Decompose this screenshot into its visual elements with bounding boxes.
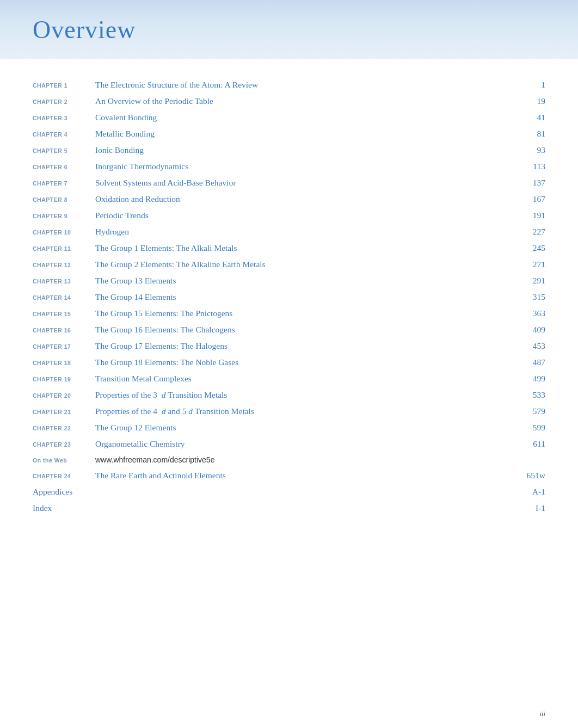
table-row: CHAPTER 23Organometallic Chemistry611 (33, 436, 545, 452)
chapter-page: 113 (518, 162, 545, 171)
chapter-label: CHAPTER 9 (33, 213, 95, 219)
chapter-label: CHAPTER 10 (33, 229, 95, 236)
chapter-page: 599 (518, 423, 545, 433)
chapter-page: 533 (518, 390, 545, 400)
chapter-label: CHAPTER 12 (33, 262, 95, 268)
table-row: CHAPTER 2An Overview of the Periodic Tab… (33, 93, 545, 109)
table-row: CHAPTER 19Transition Metal Complexes499 (33, 371, 545, 387)
chapter-page: 291 (518, 276, 545, 286)
chapter-page: 487 (518, 357, 545, 367)
chapter-title[interactable]: The Group 16 Elements: The Chalcogens (95, 325, 518, 335)
appendix-label[interactable]: Appendices (33, 487, 95, 497)
page-title: Overview (33, 15, 545, 44)
chapter-page: 227 (518, 227, 545, 237)
chapter-title[interactable]: Periodic Trends (95, 211, 518, 220)
chapter-title[interactable]: The Group 17 Elements: The Halogens (95, 341, 518, 351)
table-row: CHAPTER 5Ionic Bonding93 (33, 142, 545, 158)
chapter-page: 579 (518, 406, 545, 416)
chapter-label: CHAPTER 14 (33, 294, 95, 301)
chapter-label: On the Web (33, 457, 95, 464)
chapter-title[interactable]: Properties of the 4 d and 5 d Transition… (95, 406, 518, 416)
table-row: CHAPTER 20Properties of the 3 d Transiti… (33, 387, 545, 403)
chapter-label: CHAPTER 13 (33, 278, 95, 285)
chapter-title[interactable]: The Group 14 Elements (95, 292, 518, 302)
chapter-title[interactable]: The Group 18 Elements: The Noble Gases (95, 357, 518, 367)
chapter-page: 245 (518, 243, 545, 253)
table-row: CHAPTER 13The Group 13 Elements291 (33, 273, 545, 289)
table-row: CHAPTER 7Solvent Systems and Acid-Base B… (33, 175, 545, 191)
table-row: CHAPTER 22The Group 12 Elements599 (33, 419, 545, 436)
page-footer: iii (539, 710, 545, 718)
table-row: CHAPTER 6Inorganic Thermodynamics113 (33, 158, 545, 175)
chapter-label: CHAPTER 5 (33, 147, 95, 154)
chapter-title[interactable]: The Rare Earth and Actinoid Elements (95, 471, 518, 480)
chapter-title[interactable]: Oxidation and Reduction (95, 194, 518, 204)
chapter-label: CHAPTER 24 (33, 473, 95, 479)
chapter-page: 651w (518, 471, 545, 480)
chapter-page: 271 (518, 260, 545, 269)
chapter-title[interactable]: An Overview of the Periodic Table (95, 96, 518, 106)
chapter-title[interactable]: Transition Metal Complexes (95, 374, 518, 384)
table-row: CHAPTER 11The Group 1 Elements: The Alka… (33, 240, 545, 256)
chapter-title[interactable]: The Group 1 Elements: The Alkali Metals (95, 243, 518, 253)
chapter-page: 81 (518, 129, 545, 139)
chapter-title[interactable]: The Group 2 Elements: The Alkaline Earth… (95, 260, 518, 269)
chapter-label: CHAPTER 19 (33, 376, 95, 382)
chapter-title[interactable]: Inorganic Thermodynamics (95, 162, 518, 171)
table-row: On the Webwww.whfreeman.com/descriptive5… (33, 452, 545, 467)
chapter-page: 315 (518, 292, 545, 302)
chapter-title[interactable]: Hydrogen (95, 227, 518, 237)
table-row: CHAPTER 3Covalent Bonding41 (33, 109, 545, 126)
chapter-label: CHAPTER 15 (33, 311, 95, 317)
chapter-label: CHAPTER 20 (33, 392, 95, 399)
chapter-label: CHAPTER 22 (33, 425, 95, 431)
chapter-label: CHAPTER 2 (33, 98, 95, 105)
chapter-title[interactable]: The Electronic Structure of the Atom: A … (95, 80, 518, 90)
table-row: CHAPTER 14The Group 14 Elements315 (33, 289, 545, 305)
chapter-title[interactable]: Metallic Bonding (95, 129, 518, 139)
table-row: CHAPTER 12The Group 2 Elements: The Alka… (33, 256, 545, 273)
chapter-page: 1 (518, 80, 545, 90)
chapter-label: CHAPTER 21 (33, 409, 95, 415)
chapter-page: 363 (518, 309, 545, 318)
appendix-page: A-1 (518, 487, 545, 497)
table-row: CHAPTER 17The Group 17 Elements: The Hal… (33, 338, 545, 354)
chapter-label: CHAPTER 4 (33, 131, 95, 138)
appendix-row: IndexI-1 (33, 500, 545, 516)
chapter-page: 409 (518, 325, 545, 335)
chapter-page: 191 (518, 211, 545, 220)
chapter-page: 167 (518, 194, 545, 204)
chapter-title[interactable]: The Group 15 Elements: The Pnictogens (95, 309, 518, 318)
appendix-label[interactable]: Index (33, 503, 95, 513)
chapter-label: CHAPTER 11 (33, 245, 95, 252)
chapter-label: CHAPTER 7 (33, 180, 95, 187)
chapter-label: CHAPTER 8 (33, 196, 95, 203)
chapter-title[interactable]: Solvent Systems and Acid-Base Behavior (95, 178, 518, 188)
table-row: CHAPTER 8Oxidation and Reduction167 (33, 191, 545, 207)
table-row: CHAPTER 9Periodic Trends191 (33, 207, 545, 224)
chapter-title[interactable]: The Group 13 Elements (95, 276, 518, 286)
chapter-page: 499 (518, 374, 545, 384)
table-of-contents: CHAPTER 1The Electronic Structure of the… (0, 77, 578, 516)
table-row: CHAPTER 24The Rare Earth and Actinoid El… (33, 467, 545, 484)
appendix-row: AppendicesA-1 (33, 484, 545, 500)
chapter-page: 611 (518, 439, 545, 449)
chapter-page: 453 (518, 341, 545, 351)
chapter-title[interactable]: The Group 12 Elements (95, 423, 518, 433)
chapter-title[interactable]: www.whfreeman.com/descriptive5e (95, 455, 518, 464)
table-row: CHAPTER 16The Group 16 Elements: The Cha… (33, 322, 545, 338)
chapter-title[interactable]: Organometallic Chemistry (95, 439, 518, 449)
chapter-label: CHAPTER 23 (33, 441, 95, 448)
table-row: CHAPTER 21Properties of the 4 d and 5 d … (33, 403, 545, 419)
chapter-label: CHAPTER 6 (33, 164, 95, 170)
chapter-title[interactable]: Properties of the 3 d Transition Metals (95, 390, 518, 400)
table-row: CHAPTER 15The Group 15 Elements: The Pni… (33, 305, 545, 322)
chapter-label: CHAPTER 18 (33, 360, 95, 366)
chapter-title[interactable]: Ionic Bonding (95, 145, 518, 155)
appendix-page: I-1 (518, 503, 545, 513)
table-row: CHAPTER 1The Electronic Structure of the… (33, 77, 545, 93)
chapter-page: 93 (518, 145, 545, 155)
chapter-title[interactable]: Covalent Bonding (95, 113, 518, 122)
chapter-page: 19 (518, 96, 545, 106)
chapter-label: CHAPTER 17 (33, 343, 95, 350)
